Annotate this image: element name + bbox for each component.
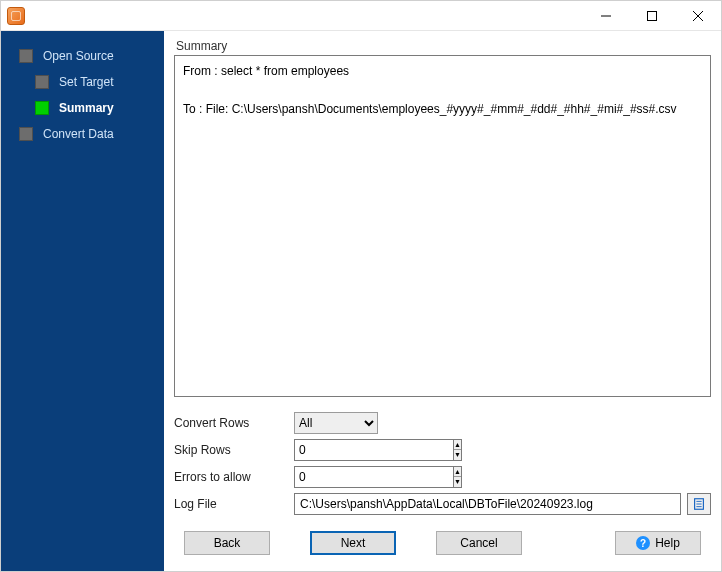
svg-rect-1 (648, 11, 657, 20)
next-button[interactable]: Next (310, 531, 396, 555)
sidebar-item-convert-data[interactable]: Convert Data (1, 121, 164, 147)
maximize-button[interactable] (629, 1, 675, 31)
body: Open Source Set Target Summary Convert D… (1, 31, 721, 571)
spin-arrows: ▲ ▼ (453, 466, 462, 488)
skip-rows-input[interactable] (294, 439, 453, 461)
minimize-button[interactable] (583, 1, 629, 31)
app-icon (7, 7, 25, 25)
app-window: Open Source Set Target Summary Convert D… (0, 0, 722, 572)
summary-header: Summary (176, 39, 711, 53)
help-label: Help (655, 536, 680, 550)
summary-textarea[interactable]: From : select * from employees To : File… (174, 55, 711, 397)
step-label: Convert Data (43, 127, 114, 141)
options-form: Convert Rows All Skip Rows ▲ ▼ (174, 409, 711, 517)
summary-from-line: From : select * from employees (183, 64, 349, 78)
step-box-icon (35, 75, 49, 89)
errors-input[interactable] (294, 466, 453, 488)
step-label: Summary (59, 101, 114, 115)
convert-rows-select[interactable]: All (294, 412, 378, 434)
wizard-sidebar: Open Source Set Target Summary Convert D… (1, 31, 164, 571)
main-panel: Summary From : select * from employees T… (164, 31, 721, 571)
help-button[interactable]: ? Help (615, 531, 701, 555)
button-bar: Back Next Cancel ? Help (174, 517, 711, 561)
skip-rows-spinner[interactable]: ▲ ▼ (294, 439, 378, 461)
step-label: Set Target (59, 75, 113, 89)
row-errors: Errors to allow ▲ ▼ (174, 463, 711, 490)
log-file-label: Log File (174, 497, 294, 511)
spin-up-icon[interactable]: ▲ (454, 440, 461, 451)
sidebar-item-summary[interactable]: Summary (1, 95, 164, 121)
cancel-label: Cancel (460, 536, 497, 550)
step-box-icon (19, 49, 33, 63)
back-label: Back (214, 536, 241, 550)
file-icon (692, 497, 706, 511)
log-file-input[interactable] (294, 493, 681, 515)
errors-label: Errors to allow (174, 470, 294, 484)
row-skip-rows: Skip Rows ▲ ▼ (174, 436, 711, 463)
step-box-icon (19, 127, 33, 141)
summary-to-line: To : File: C:\Users\pansh\Documents\empl… (183, 102, 677, 116)
row-convert-rows: Convert Rows All (174, 409, 711, 436)
row-log-file: Log File (174, 490, 711, 517)
cancel-button[interactable]: Cancel (436, 531, 522, 555)
convert-rows-label: Convert Rows (174, 416, 294, 430)
sidebar-item-set-target[interactable]: Set Target (1, 69, 164, 95)
sidebar-item-open-source[interactable]: Open Source (1, 43, 164, 69)
next-label: Next (341, 536, 366, 550)
spin-down-icon[interactable]: ▼ (454, 450, 461, 460)
titlebar (1, 1, 721, 31)
errors-spinner[interactable]: ▲ ▼ (294, 466, 378, 488)
help-icon: ? (636, 536, 650, 550)
spin-down-icon[interactable]: ▼ (454, 477, 461, 487)
close-button[interactable] (675, 1, 721, 31)
spin-arrows: ▲ ▼ (453, 439, 462, 461)
skip-rows-label: Skip Rows (174, 443, 294, 457)
spin-up-icon[interactable]: ▲ (454, 467, 461, 478)
back-button[interactable]: Back (184, 531, 270, 555)
step-label: Open Source (43, 49, 114, 63)
step-box-icon (35, 101, 49, 115)
browse-log-button[interactable] (687, 493, 711, 515)
